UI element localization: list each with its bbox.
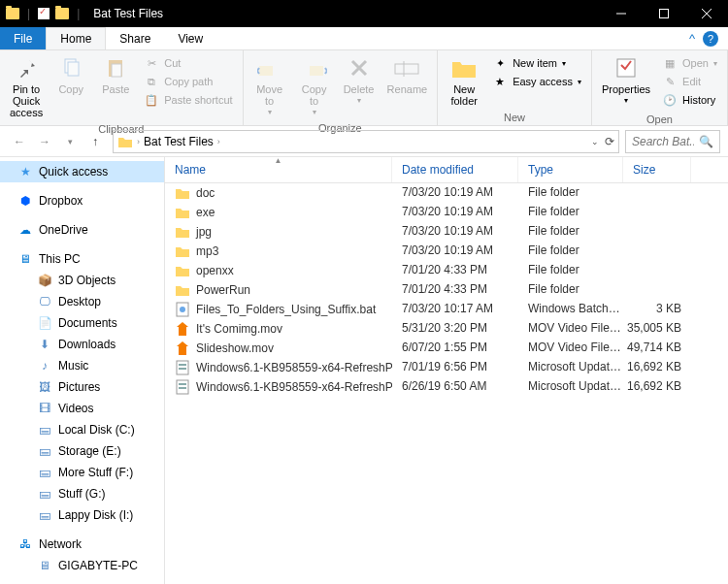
navigation-pane[interactable]: ★ Quick access ⬢ Dropbox ☁ OneDrive 🖥 Th… [0, 157, 165, 584]
file-row[interactable]: PowerRun7/01/20 4:33 PMFile folder [165, 280, 728, 300]
sidebar-item[interactable]: 🖥GIGABYTE-PC [0, 555, 164, 576]
folder-icon[interactable] [55, 8, 69, 19]
file-size: 3 KB [623, 302, 691, 317]
file-row[interactable]: Windows6.1-KB958559-x64-RefreshPkg....6/… [165, 377, 728, 397]
file-row[interactable]: doc7/03/20 10:19 AMFile folder [165, 183, 728, 203]
sidebar-item[interactable]: 📄Documents [0, 312, 164, 334]
recent-dropdown[interactable]: ▾ [58, 130, 82, 153]
file-name: Windows6.1-KB958559-x64-RefreshPkg.... [196, 380, 392, 394]
up-button[interactable]: ↑ [83, 130, 107, 153]
tab-home[interactable]: Home [46, 27, 106, 49]
file-type: File folder [518, 185, 623, 201]
qat: | | [0, 7, 87, 20]
chevron-right-icon[interactable]: › [217, 137, 220, 146]
paste-shortcut-button[interactable]: 📋Paste shortcut [142, 91, 234, 109]
file-date: 7/03/20 10:19 AM [392, 185, 518, 201]
minimize-button[interactable] [600, 0, 643, 27]
sidebar-item[interactable]: 🖴Lappy Disk (I:) [0, 504, 164, 526]
new-folder-button[interactable]: New folder [442, 52, 486, 109]
search-icon[interactable]: 🔍 [699, 135, 713, 148]
properties-button[interactable]: Properties▾ [596, 52, 656, 108]
search-input[interactable] [632, 135, 694, 148]
ribbon-group-open: Properties▾ ▦Open ▾ ✎Edit 🕑History Open [592, 50, 728, 125]
file-list[interactable]: ▲Name Date modified Type Size doc7/03/20… [165, 157, 728, 584]
column-type[interactable]: Type [518, 157, 623, 182]
svg-rect-17 [179, 383, 186, 385]
file-row[interactable]: jpg7/03/20 10:19 AMFile folder [165, 222, 728, 242]
column-size[interactable]: Size [623, 157, 691, 182]
sidebar-item[interactable]: ♪Music [0, 355, 164, 376]
maximize-button[interactable] [643, 0, 685, 27]
breadcrumb-current[interactable]: Bat Test Files [144, 135, 214, 148]
open-button[interactable]: ▦Open ▾ [660, 54, 719, 72]
dropdown-icon[interactable]: ⌄ [591, 137, 599, 146]
tab-view[interactable]: View [164, 27, 216, 49]
easy-access-button[interactable]: ★Easy access ▾ [490, 73, 583, 90]
search-box[interactable]: 🔍 [625, 130, 720, 153]
sort-asc-icon: ▲ [275, 157, 282, 165]
bat-icon [175, 302, 190, 317]
file-row[interactable]: openxx7/01/20 4:33 PMFile folder [165, 261, 728, 280]
file-date: 7/01/20 4:33 PM [392, 263, 518, 278]
file-row[interactable]: Windows6.1-KB958559-x64-RefreshPkg (...7… [165, 358, 728, 377]
help-icon[interactable]: ? [703, 31, 718, 47]
sidebar-item-onedrive[interactable]: ☁ OneDrive [0, 219, 164, 241]
sidebar-label: 3D Objects [58, 274, 116, 287]
delete-button[interactable]: Delete▾ [337, 52, 381, 108]
folder-icon [175, 205, 190, 220]
rename-button[interactable]: Rename [381, 52, 434, 97]
pin-quick-access-button[interactable]: Pin to Quick access [4, 52, 49, 120]
sidebar-item[interactable]: ⬇Downloads [0, 334, 164, 355]
sidebar-item[interactable]: 🖴More Stuff (F:) [0, 462, 164, 483]
file-row[interactable]: Files_To_Folders_Using_Suffix.bat7/03/20… [165, 300, 728, 319]
sidebar-item-quick-access[interactable]: ★ Quick access [0, 161, 164, 182]
file-row[interactable]: exe7/03/20 10:19 AMFile folder [165, 203, 728, 222]
sidebar-item-dropbox[interactable]: ⬢ Dropbox [0, 190, 164, 211]
refresh-icon[interactable]: ⟳ [605, 135, 614, 148]
drive-icon: 🖴 [37, 507, 52, 523]
paste-button[interactable]: Paste [93, 52, 138, 97]
collapse-ribbon-icon[interactable]: ^ [689, 31, 695, 46]
address-box[interactable]: › Bat Test Files › ⌄ ⟳ [113, 130, 619, 153]
file-row[interactable]: mp37/03/20 10:19 AMFile folder [165, 242, 728, 261]
sidebar-item[interactable]: 🎞Videos [0, 398, 164, 419]
file-type: File folder [518, 282, 623, 298]
sidebar-item[interactable]: 🖼Pictures [0, 376, 164, 398]
folder-icon[interactable] [6, 8, 19, 19]
file-row[interactable]: Slideshow.mov6/07/20 1:55 PMMOV Video Fi… [165, 339, 728, 358]
close-button[interactable] [685, 0, 728, 27]
history-button[interactable]: 🕑History [660, 91, 719, 109]
svg-rect-7 [395, 64, 418, 74]
history-icon: 🕑 [662, 92, 678, 108]
drive-icon: 🎞 [37, 401, 52, 416]
back-button[interactable]: ← [8, 130, 31, 153]
copy-button[interactable]: Copy [49, 52, 93, 97]
sidebar-item[interactable]: 📦3D Objects [0, 270, 164, 291]
sidebar-item-thispc[interactable]: 🖥 This PC [0, 248, 164, 270]
chevron-right-icon[interactable]: › [137, 137, 140, 146]
properties-qat-icon[interactable] [38, 8, 50, 19]
cut-button[interactable]: ✂Cut [142, 54, 234, 72]
file-name: Files_To_Folders_Using_Suffix.bat [196, 303, 376, 316]
column-name[interactable]: ▲Name [165, 157, 392, 182]
forward-button[interactable]: → [33, 130, 56, 153]
edit-button[interactable]: ✎Edit [660, 73, 719, 90]
new-item-button[interactable]: ✦New item ▾ [490, 54, 583, 72]
tab-share[interactable]: Share [106, 27, 164, 49]
move-to-button[interactable]: Move to▾ [248, 52, 292, 119]
file-size: 16,692 KB [623, 379, 691, 395]
copy-to-button[interactable]: Copy to▾ [292, 52, 337, 119]
sidebar-item[interactable]: 🖴Stuff (G:) [0, 483, 164, 504]
sidebar-item[interactable]: 🖵Desktop [0, 291, 164, 312]
sidebar-item[interactable]: 🖴Storage (E:) [0, 440, 164, 462]
column-date[interactable]: Date modified [392, 157, 518, 182]
sidebar-item-network[interactable]: 🖧 Network [0, 534, 164, 555]
menubar: File Home Share View ^ ? [0, 27, 728, 50]
sidebar-item[interactable]: 🖴Local Disk (C:) [0, 419, 164, 440]
file-row[interactable]: It's Comimg.mov5/31/20 3:20 PMMOV Video … [165, 319, 728, 339]
tab-file[interactable]: File [0, 27, 46, 49]
sidebar-label: GIGABYTE-PC [58, 559, 138, 572]
drive-icon: 🖵 [37, 294, 52, 309]
copy-path-button[interactable]: ⧉Copy path [142, 73, 234, 90]
svg-rect-11 [179, 327, 186, 336]
